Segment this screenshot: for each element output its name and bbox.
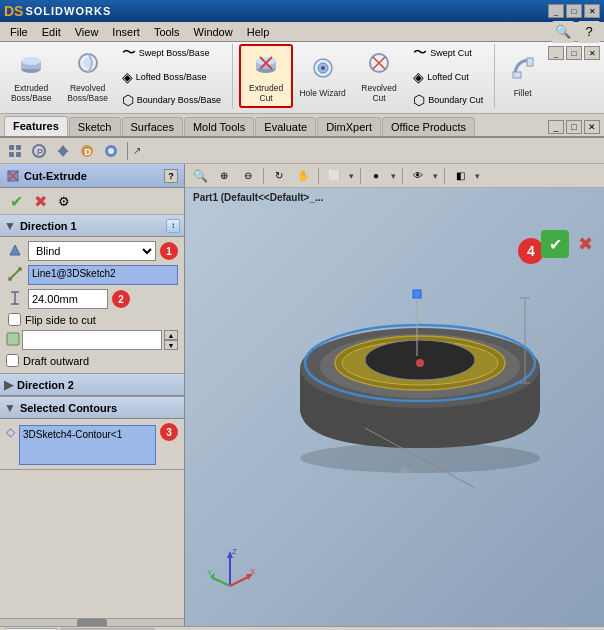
doc-close-button[interactable]: ✕ [584, 120, 600, 134]
menu-window[interactable]: Window [188, 24, 239, 40]
display-style-button[interactable]: ● [365, 166, 387, 186]
depth-input[interactable] [28, 289, 108, 309]
tab-surfaces[interactable]: Surfaces [122, 117, 183, 136]
toolbar-divider-1 [263, 168, 264, 184]
menu-help[interactable]: Help [241, 24, 276, 40]
draft-checkbox[interactable] [6, 354, 19, 367]
boundary-cut-button[interactable]: ⬡ Boundary Cut [408, 89, 488, 111]
normal-row: ▲ ▼ [6, 330, 178, 350]
extruded-boss-icon [17, 49, 45, 81]
direction1-flip-icon[interactable]: ↕ [166, 219, 180, 233]
title-bar: DS SOLIDWORKS _ □ ✕ [0, 0, 604, 22]
toolbar-divider-3 [360, 168, 361, 184]
type-select[interactable]: Blind [28, 241, 156, 261]
view-orientation-button[interactable]: ⬜ [323, 166, 345, 186]
tab-features[interactable]: Features [4, 116, 68, 136]
svg-line-61 [230, 576, 250, 586]
svg-rect-40 [7, 333, 19, 345]
fillet-button[interactable]: Fillet [501, 44, 544, 108]
tab-mold-tools[interactable]: Mold Tools [184, 117, 254, 136]
direction2-expand-icon: ▶ [4, 378, 13, 392]
tab-office-products[interactable]: Office Products [382, 117, 475, 136]
ribbon-close-button[interactable]: ✕ [584, 46, 600, 60]
doc-minimize-button[interactable]: _ [548, 120, 564, 134]
dimxpert-manager-button[interactable]: D [76, 140, 98, 162]
revolved-boss-base-button[interactable]: Revolved Boss/Base [60, 44, 114, 108]
boss-small-group: 〜 Swept Boss/Base ◈ Lofted Boss/Base ⬡ B… [117, 44, 226, 108]
normal-input[interactable] [22, 330, 162, 350]
boundary-boss-base-button[interactable]: ⬡ Boundary Boss/Base [117, 89, 226, 111]
axis-indicator: Z X Y [205, 546, 255, 596]
property-manager-button[interactable]: P [28, 140, 50, 162]
scroll-thumb[interactable] [77, 619, 107, 626]
extruded-cut-button[interactable]: Extruded Cut [239, 44, 293, 108]
doc-restore-button[interactable]: □ [566, 120, 582, 134]
tab-evaluate[interactable]: Evaluate [255, 117, 316, 136]
contour-list[interactable]: 3DSketch4-Contour<1 [19, 425, 156, 465]
contour-row: ◇ 3DSketch4-Contour<1 3 [6, 423, 178, 465]
extruded-cut-icon [252, 49, 280, 81]
lofted-boss-base-button[interactable]: ◈ Lofted Boss/Base [117, 66, 226, 88]
maximize-button[interactable]: □ [566, 4, 582, 18]
minimize-button[interactable]: _ [548, 4, 564, 18]
direction1-label: Direction 1 [20, 220, 77, 232]
menu-tools[interactable]: Tools [148, 24, 186, 40]
zoom-in-button[interactable]: ⊕ [213, 166, 235, 186]
svg-rect-18 [9, 145, 14, 150]
menu-insert[interactable]: Insert [106, 24, 146, 40]
rotate-view-button[interactable]: ↻ [268, 166, 290, 186]
accept-button[interactable]: ✔ [541, 230, 569, 258]
spin-up[interactable]: ▲ [164, 330, 178, 340]
badge-2: 2 [112, 290, 130, 308]
reject-button[interactable]: ✖ [571, 230, 599, 258]
direction2-header[interactable]: ▶ Direction 2 [0, 374, 184, 396]
ok-button[interactable]: ✔ [6, 191, 26, 211]
svg-rect-21 [16, 152, 21, 157]
extruded-boss-base-button[interactable]: Extruded Boss/Base [4, 44, 58, 108]
swept-cut-button[interactable]: 〜 Swept Cut [408, 41, 488, 65]
flip-checkbox[interactable] [8, 313, 21, 326]
selected-contours-content: ◇ 3DSketch4-Contour<1 3 [0, 419, 184, 469]
spin-down[interactable]: ▼ [164, 340, 178, 350]
swept-boss-base-button[interactable]: 〜 Swept Boss/Base [117, 41, 226, 65]
svg-marker-25 [59, 145, 67, 150]
menu-edit[interactable]: Edit [36, 24, 67, 40]
toolbar-divider-5 [444, 168, 445, 184]
menu-file[interactable]: File [4, 24, 34, 40]
panel-header: Cut-Extrude ? [0, 164, 184, 188]
hide-show-button[interactable]: 👁 [407, 166, 429, 186]
config-manager-button[interactable] [52, 140, 74, 162]
help-icon[interactable]: ? [578, 21, 600, 43]
revolved-cut-button[interactable]: Revolved Cut [352, 44, 406, 108]
toolbar-divider-2 [318, 168, 319, 184]
cancel-button[interactable]: ✖ [30, 191, 50, 211]
lofted-cut-button[interactable]: ◈ Lofted Cut [408, 66, 488, 88]
svg-marker-26 [59, 152, 67, 157]
ribbon-minimize-button[interactable]: _ [548, 46, 564, 60]
hole-wizard-button[interactable]: Hole Wizard [295, 44, 349, 108]
svg-point-12 [321, 66, 325, 70]
zoom-to-fit-button[interactable]: 🔍 [189, 166, 211, 186]
tab-sketch[interactable]: Sketch [69, 117, 121, 136]
section-view-button[interactable]: ◧ [449, 166, 471, 186]
feature-manager-button[interactable] [4, 140, 26, 162]
pan-button[interactable]: ✋ [292, 166, 314, 186]
cut-small-group: 〜 Swept Cut ◈ Lofted Cut ⬡ Boundary Cut [408, 44, 488, 108]
menu-view[interactable]: View [69, 24, 105, 40]
ribbon-maximize-button[interactable]: □ [566, 46, 582, 60]
main-layout: Cut-Extrude ? ✔ ✖ ⚙ ▼ Direction 1 ↕ [0, 164, 604, 626]
direction1-section: ▼ Direction 1 ↕ Blind [0, 215, 184, 374]
selected-contours-header[interactable]: ▼ Selected Contours [0, 397, 184, 419]
svg-rect-17 [527, 58, 533, 66]
search-button[interactable]: 🔍 [552, 21, 574, 43]
zoom-out-button[interactable]: ⊖ [237, 166, 259, 186]
panel-help-button[interactable]: ? [164, 169, 178, 183]
direction2-label: Direction 2 [17, 379, 74, 391]
tab-dimxpert[interactable]: DimXpert [317, 117, 381, 136]
draft-label: Draft outward [23, 355, 89, 367]
svg-rect-19 [16, 145, 21, 150]
direction1-header[interactable]: ▼ Direction 1 ↕ [0, 215, 184, 237]
close-button[interactable]: ✕ [584, 4, 600, 18]
options-button[interactable]: ⚙ [54, 191, 74, 211]
display-states-button[interactable] [100, 140, 122, 162]
